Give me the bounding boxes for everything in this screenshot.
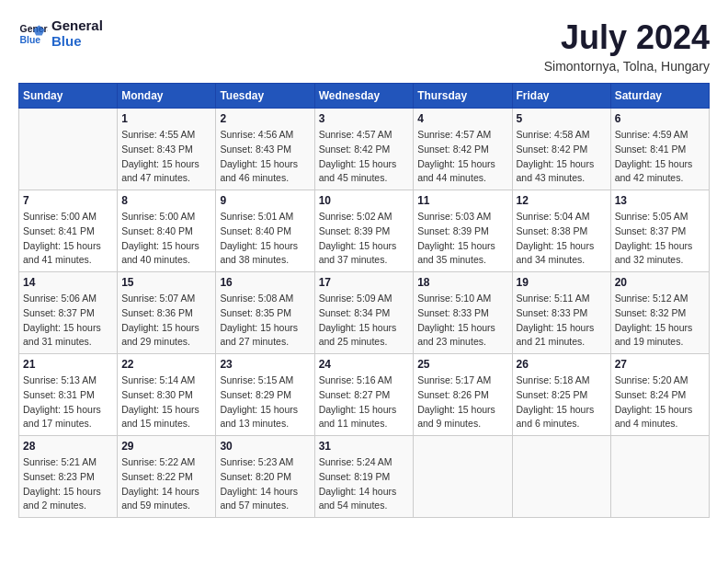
day-info: Sunrise: 5:21 AMSunset: 8:23 PMDaylight:…	[23, 455, 113, 513]
weekday-friday: Friday	[512, 84, 610, 109]
calendar-cell: 12Sunrise: 5:04 AMSunset: 8:38 PMDayligh…	[512, 190, 610, 272]
calendar-cell: 17Sunrise: 5:09 AMSunset: 8:34 PMDayligh…	[314, 272, 414, 354]
calendar-cell: 10Sunrise: 5:02 AMSunset: 8:39 PMDayligh…	[314, 190, 414, 272]
day-number: 3	[319, 112, 410, 125]
day-number: 28	[23, 440, 113, 453]
calendar-cell: 15Sunrise: 5:07 AMSunset: 8:36 PMDayligh…	[118, 272, 216, 354]
calendar-cell: 11Sunrise: 5:03 AMSunset: 8:39 PMDayligh…	[414, 190, 512, 272]
day-number: 6	[615, 112, 705, 125]
title-block: July 2024 Simontornya, Tolna, Hungary	[544, 18, 710, 74]
calendar-table: SundayMondayTuesdayWednesdayThursdayFrid…	[18, 83, 710, 518]
day-number: 15	[121, 276, 211, 289]
day-number: 16	[220, 276, 310, 289]
calendar-cell: 6Sunrise: 4:59 AMSunset: 8:41 PMDaylight…	[610, 109, 709, 190]
day-info: Sunrise: 5:08 AMSunset: 8:35 PMDaylight:…	[220, 292, 310, 350]
day-info: Sunrise: 4:58 AMSunset: 8:42 PMDaylight:…	[517, 128, 607, 186]
weekday-saturday: Saturday	[610, 84, 709, 109]
calendar-cell: 2Sunrise: 4:56 AMSunset: 8:43 PMDaylight…	[216, 109, 314, 190]
day-number: 22	[121, 358, 211, 371]
weekday-sunday: Sunday	[19, 84, 118, 109]
day-number: 13	[615, 194, 705, 207]
day-number: 4	[417, 112, 507, 125]
calendar-cell	[512, 436, 610, 518]
logo-text-general: General	[51, 18, 103, 34]
weekday-wednesday: Wednesday	[314, 84, 414, 109]
calendar-cell: 3Sunrise: 4:57 AMSunset: 8:42 PMDaylight…	[314, 109, 414, 190]
calendar-cell: 29Sunrise: 5:22 AMSunset: 8:22 PMDayligh…	[118, 436, 216, 518]
calendar-cell: 24Sunrise: 5:16 AMSunset: 8:27 PMDayligh…	[314, 354, 414, 436]
calendar-cell: 7Sunrise: 5:00 AMSunset: 8:41 PMDaylight…	[19, 190, 118, 272]
day-number: 17	[319, 276, 410, 289]
logo-text-blue: Blue	[51, 34, 103, 50]
day-info: Sunrise: 5:24 AMSunset: 8:19 PMDaylight:…	[319, 455, 410, 513]
day-number: 10	[319, 194, 410, 207]
calendar-week-row: 14Sunrise: 5:06 AMSunset: 8:37 PMDayligh…	[19, 272, 710, 354]
weekday-thursday: Thursday	[414, 84, 512, 109]
weekday-tuesday: Tuesday	[216, 84, 314, 109]
day-info: Sunrise: 5:22 AMSunset: 8:22 PMDaylight:…	[121, 455, 211, 513]
calendar-week-row: 21Sunrise: 5:13 AMSunset: 8:31 PMDayligh…	[19, 354, 710, 436]
day-number: 27	[615, 358, 705, 371]
day-info: Sunrise: 5:11 AMSunset: 8:33 PMDaylight:…	[517, 292, 607, 350]
calendar-cell	[19, 109, 118, 190]
svg-text:Blue: Blue	[20, 34, 41, 44]
calendar-cell: 25Sunrise: 5:17 AMSunset: 8:26 PMDayligh…	[414, 354, 512, 436]
day-number: 29	[121, 440, 211, 453]
day-info: Sunrise: 5:05 AMSunset: 8:37 PMDaylight:…	[615, 210, 705, 268]
calendar-week-row: 7Sunrise: 5:00 AMSunset: 8:41 PMDaylight…	[19, 190, 710, 272]
day-number: 25	[417, 358, 507, 371]
day-info: Sunrise: 5:14 AMSunset: 8:30 PMDaylight:…	[121, 373, 211, 431]
day-info: Sunrise: 5:23 AMSunset: 8:20 PMDaylight:…	[220, 455, 310, 513]
day-info: Sunrise: 5:03 AMSunset: 8:39 PMDaylight:…	[417, 210, 507, 268]
calendar-cell: 23Sunrise: 5:15 AMSunset: 8:29 PMDayligh…	[216, 354, 314, 436]
day-info: Sunrise: 4:59 AMSunset: 8:41 PMDaylight:…	[615, 128, 705, 186]
calendar-cell: 26Sunrise: 5:18 AMSunset: 8:25 PMDayligh…	[512, 354, 610, 436]
calendar-cell: 20Sunrise: 5:12 AMSunset: 8:32 PMDayligh…	[610, 272, 709, 354]
day-info: Sunrise: 5:00 AMSunset: 8:41 PMDaylight:…	[23, 210, 113, 268]
day-number: 9	[220, 194, 310, 207]
day-info: Sunrise: 5:12 AMSunset: 8:32 PMDaylight:…	[615, 292, 705, 350]
day-number: 21	[23, 358, 113, 371]
calendar-body: 1Sunrise: 4:55 AMSunset: 8:43 PMDaylight…	[19, 109, 710, 518]
day-info: Sunrise: 4:56 AMSunset: 8:43 PMDaylight:…	[220, 128, 310, 186]
day-info: Sunrise: 4:55 AMSunset: 8:43 PMDaylight:…	[121, 128, 211, 186]
page-header: General Blue General Blue July 2024 Simo…	[18, 18, 710, 74]
day-info: Sunrise: 5:10 AMSunset: 8:33 PMDaylight:…	[417, 292, 507, 350]
calendar-week-row: 28Sunrise: 5:21 AMSunset: 8:23 PMDayligh…	[19, 436, 710, 518]
calendar-cell	[610, 436, 709, 518]
day-number: 20	[615, 276, 705, 289]
calendar-cell: 13Sunrise: 5:05 AMSunset: 8:37 PMDayligh…	[610, 190, 709, 272]
calendar-cell: 14Sunrise: 5:06 AMSunset: 8:37 PMDayligh…	[19, 272, 118, 354]
day-info: Sunrise: 4:57 AMSunset: 8:42 PMDaylight:…	[417, 128, 507, 186]
day-info: Sunrise: 5:07 AMSunset: 8:36 PMDaylight:…	[121, 292, 211, 350]
day-info: Sunrise: 5:18 AMSunset: 8:25 PMDaylight:…	[517, 373, 607, 431]
day-number: 5	[517, 112, 607, 125]
day-info: Sunrise: 5:09 AMSunset: 8:34 PMDaylight:…	[319, 292, 410, 350]
calendar-cell: 28Sunrise: 5:21 AMSunset: 8:23 PMDayligh…	[19, 436, 118, 518]
calendar-cell: 9Sunrise: 5:01 AMSunset: 8:40 PMDaylight…	[216, 190, 314, 272]
day-info: Sunrise: 5:17 AMSunset: 8:26 PMDaylight:…	[417, 373, 507, 431]
calendar-cell: 31Sunrise: 5:24 AMSunset: 8:19 PMDayligh…	[314, 436, 414, 518]
day-info: Sunrise: 5:16 AMSunset: 8:27 PMDaylight:…	[319, 373, 410, 431]
day-number: 11	[417, 194, 507, 207]
calendar-cell: 4Sunrise: 4:57 AMSunset: 8:42 PMDaylight…	[414, 109, 512, 190]
day-number: 8	[121, 194, 211, 207]
day-info: Sunrise: 5:13 AMSunset: 8:31 PMDaylight:…	[23, 373, 113, 431]
calendar-week-row: 1Sunrise: 4:55 AMSunset: 8:43 PMDaylight…	[19, 109, 710, 190]
weekday-header-row: SundayMondayTuesdayWednesdayThursdayFrid…	[19, 84, 710, 109]
calendar-cell: 1Sunrise: 4:55 AMSunset: 8:43 PMDaylight…	[118, 109, 216, 190]
day-info: Sunrise: 5:06 AMSunset: 8:37 PMDaylight:…	[23, 292, 113, 350]
calendar-cell: 19Sunrise: 5:11 AMSunset: 8:33 PMDayligh…	[512, 272, 610, 354]
day-info: Sunrise: 5:15 AMSunset: 8:29 PMDaylight:…	[220, 373, 310, 431]
day-number: 31	[319, 440, 410, 453]
calendar-cell	[414, 436, 512, 518]
day-number: 24	[319, 358, 410, 371]
day-info: Sunrise: 5:02 AMSunset: 8:39 PMDaylight:…	[319, 210, 410, 268]
day-number: 30	[220, 440, 310, 453]
day-number: 26	[517, 358, 607, 371]
calendar-cell: 16Sunrise: 5:08 AMSunset: 8:35 PMDayligh…	[216, 272, 314, 354]
location-subtitle: Simontornya, Tolna, Hungary	[544, 59, 710, 74]
weekday-monday: Monday	[118, 84, 216, 109]
day-number: 1	[121, 112, 211, 125]
calendar-cell: 27Sunrise: 5:20 AMSunset: 8:24 PMDayligh…	[610, 354, 709, 436]
